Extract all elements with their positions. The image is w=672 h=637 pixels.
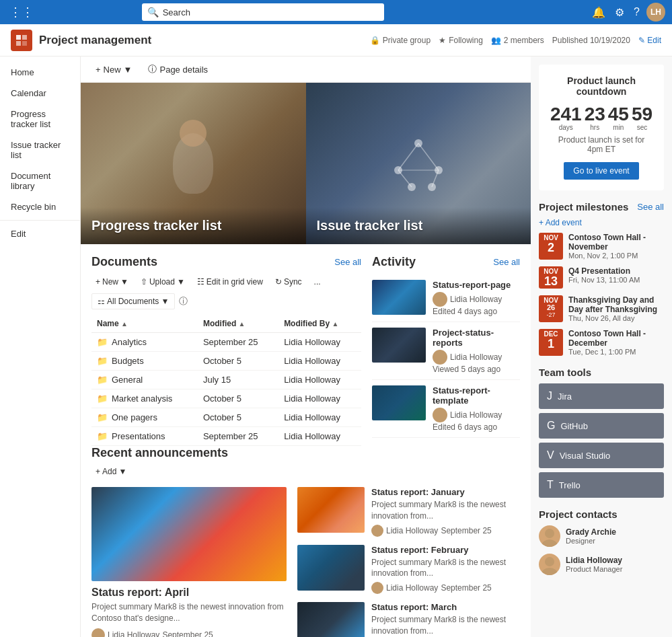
activity-info: Status-report-template Lidia Holloway Ed…: [433, 385, 520, 432]
milestone-name[interactable]: Contoso Town Hall - December: [568, 329, 664, 348]
announcement-date: September 25: [441, 526, 491, 535]
user-avatar[interactable]: LH: [646, 3, 665, 22]
gear-icon[interactable]: ⚙: [612, 3, 627, 22]
activity-avatar: [433, 350, 447, 365]
tool-name: Trello: [559, 480, 581, 490]
team-tool-item[interactable]: G GitHub: [539, 413, 664, 439]
countdown-minutes: 45 min: [608, 105, 629, 131]
announcement-title[interactable]: Status report: February: [371, 545, 520, 555]
activity-see-all[interactable]: See all: [493, 257, 520, 267]
col-name[interactable]: Name ▲: [91, 315, 198, 333]
new-button[interactable]: + New ▼: [91, 62, 136, 77]
info-icon[interactable]: ⓘ: [179, 295, 188, 307]
sidebar-item-edit[interactable]: Edit: [0, 223, 80, 244]
table-row[interactable]: 📁Budgets October 5 Lidia Holloway: [91, 352, 361, 371]
milestone-name[interactable]: Thanksgiving Day and Day after Thanksgiv…: [568, 295, 664, 314]
help-icon[interactable]: ?: [631, 3, 642, 21]
col-modified-by[interactable]: Modified By ▲: [278, 315, 361, 333]
contacts-list: Grady Archie Designer Lidia Holloway Pro…: [539, 525, 664, 575]
site-logo: [11, 30, 32, 51]
docs-upload-button[interactable]: ⇧ Upload ▼: [137, 274, 189, 289]
activity-thumbnail: [372, 328, 426, 363]
announcement-title[interactable]: Status report: January: [371, 487, 520, 497]
featured-meta: Lidia Holloway September 25: [91, 628, 287, 637]
sidebar-item-document-library[interactable]: Document library: [0, 165, 80, 196]
page-details-button[interactable]: ⓘ Page details: [144, 61, 212, 78]
team-tool-item[interactable]: T Trello: [539, 472, 664, 498]
team-tool-item[interactable]: J Jira: [539, 383, 664, 409]
milestone-time: Mon, Nov 2, 1:00 PM: [568, 252, 664, 260]
milestone-date-box: DEC 1: [539, 329, 563, 356]
hero-issue-overlay: Issue tracker list: [306, 207, 531, 244]
docs-filter-button[interactable]: ⚏ All Documents ▼: [91, 293, 175, 309]
docs-sync-button[interactable]: ↻ Sync: [271, 274, 306, 289]
ann-thumb-bg: [297, 602, 365, 637]
info-icon: ⓘ: [148, 63, 157, 75]
activity-item-title[interactable]: Project-status-reports: [433, 328, 520, 348]
table-row[interactable]: 📁One pagers October 5 Lidia Holloway: [91, 408, 361, 427]
contact-name[interactable]: Grady Archie: [566, 527, 664, 537]
announcement-item: Status report: March Project summary Mar…: [297, 602, 520, 637]
announcement-title[interactable]: Status report: March: [371, 602, 520, 612]
star-icon: ★: [439, 36, 446, 45]
milestones-see-all[interactable]: See all: [637, 202, 664, 212]
add-announcement-button[interactable]: + Add ▼: [91, 464, 130, 479]
table-row[interactable]: 📁General July 15 Lidia Holloway: [91, 371, 361, 389]
folder-icon: 📁: [97, 356, 108, 366]
sidebar-item-progress-tracker[interactable]: Progress tracker list: [0, 104, 80, 135]
nav-icons: 🔔 ⚙ ? LH: [589, 3, 665, 22]
members-count[interactable]: 👥 2 members: [491, 36, 544, 45]
sidebar-item-home[interactable]: Home: [0, 62, 80, 83]
activity-item-title[interactable]: Status-report-page: [433, 280, 520, 290]
lock-icon: 🔒: [370, 36, 380, 45]
content-area: Documents See all + New ▼ ⇧ Upload ▼: [81, 244, 531, 446]
file-link[interactable]: Presentations: [112, 431, 165, 441]
hero-progress-tracker[interactable]: Progress tracker list: [81, 83, 306, 244]
search-input[interactable]: [163, 7, 379, 17]
file-modified-by: Lidia Holloway: [278, 352, 361, 371]
milestone-name[interactable]: Contoso Town Hall - November: [568, 233, 664, 252]
file-link[interactable]: Budgets: [112, 356, 144, 366]
docs-more-button[interactable]: ...: [310, 274, 325, 289]
docs-edit-grid-button[interactable]: ☷ Edit in grid view: [193, 274, 267, 289]
activity-item-title[interactable]: Status-report-template: [433, 385, 520, 406]
sort-name-icon: ▲: [121, 320, 128, 328]
table-row[interactable]: 📁Analytics September 25 Lidia Holloway: [91, 333, 361, 352]
live-event-button[interactable]: Go to live event: [564, 162, 638, 180]
tool-name: GitHub: [560, 421, 587, 431]
sidebar-item-recycle-bin[interactable]: Recycle bin: [0, 196, 80, 217]
documents-see-all[interactable]: See all: [334, 257, 361, 267]
activity-thumb-bg: [372, 385, 426, 420]
sidebar-item-calendar[interactable]: Calendar: [0, 83, 80, 104]
table-row[interactable]: 📁Market analysis October 5 Lidia Hollowa…: [91, 389, 361, 408]
milestone-date-box: NOV 26-27: [539, 295, 563, 322]
activity-section: Activity See all Status-report-page Lidi…: [372, 255, 520, 446]
docs-new-button[interactable]: + New ▼: [91, 274, 133, 289]
featured-title[interactable]: Status report: April: [91, 587, 287, 599]
sidebar-item-issue-tracker[interactable]: Issue tracker list: [0, 135, 80, 165]
file-link[interactable]: General: [112, 375, 143, 385]
announcement-thumbnail: [297, 545, 365, 591]
documents-title: Documents: [91, 255, 157, 269]
milestone-name[interactable]: Q4 Presentation: [568, 266, 664, 276]
file-link[interactable]: Analytics: [112, 337, 147, 347]
hero-issue-tracker[interactable]: Issue tracker list: [306, 83, 531, 244]
team-tools-list: J Jira G GitHub V Visual Studio T Trello: [539, 383, 664, 498]
bell-icon[interactable]: 🔔: [589, 3, 608, 22]
site-meta: 🔒 Private group ★ Following 👥 2 members …: [370, 36, 661, 45]
edit-button[interactable]: ✎ Edit: [638, 36, 661, 45]
team-tool-item[interactable]: V Visual Studio: [539, 443, 664, 468]
add-event-button[interactable]: + Add event: [539, 218, 664, 227]
waffle-icon[interactable]: ⋮⋮: [7, 2, 36, 22]
col-modified[interactable]: Modified ▲: [198, 315, 278, 333]
follow-status[interactable]: ★ Following: [439, 36, 483, 45]
contact-name[interactable]: Lidia Holloway: [566, 556, 664, 565]
milestones-section: Project milestones See all + Add event N…: [539, 201, 664, 356]
table-row[interactable]: 📁Presentations September 25 Lidia Hollow…: [91, 427, 361, 446]
hero-issue-label: Issue tracker list: [317, 218, 521, 233]
announcement-desc: Project summary Mark8 is the newest inno…: [371, 557, 520, 580]
countdown-seconds: 59 sec: [632, 105, 652, 131]
file-link[interactable]: Market analysis: [112, 394, 172, 404]
countdown-hours: 23 hrs: [585, 105, 605, 131]
file-link[interactable]: One pagers: [112, 412, 157, 422]
